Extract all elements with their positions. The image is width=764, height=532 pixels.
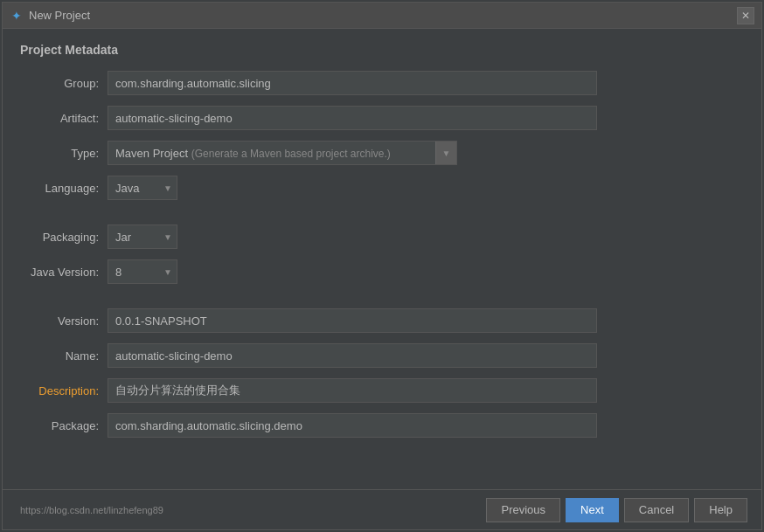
language-row: Language: Java Kotlin Groovy ▼ (20, 176, 744, 200)
artifact-input[interactable] (108, 106, 597, 130)
type-main-text: Maven Project (Generate a Maven based pr… (108, 143, 398, 163)
description-row: Description: (20, 378, 744, 403)
dialog-footer: https://blog.csdn.net/linzhefeng89 Previ… (3, 489, 761, 529)
language-select-wrapper: Java Kotlin Groovy ▼ (108, 176, 177, 200)
packaging-select[interactable]: Jar War (108, 225, 177, 249)
description-label: Description: (20, 384, 108, 397)
dialog-content: Project Metadata Group: Artifact: Type: … (3, 29, 761, 489)
dialog-window: ✦ New Project ✕ Project Metadata Group: … (2, 2, 762, 530)
type-label: Type: (20, 147, 108, 160)
name-row: Name: (20, 343, 744, 368)
group-row: Group: (20, 71, 744, 95)
version-row: Version: (20, 308, 744, 333)
version-label: Version: (20, 314, 108, 328)
java-version-select-wrapper: 8 11 17 ▼ (108, 259, 177, 284)
cancel-button[interactable]: Cancel (624, 498, 689, 522)
title-bar: ✦ New Project ✕ (3, 3, 761, 29)
type-row: Type: Maven Project (Generate a Maven ba… (20, 141, 744, 165)
version-input[interactable] (108, 308, 597, 333)
package-input[interactable] (108, 413, 597, 438)
help-button[interactable]: Help (694, 498, 747, 522)
package-label: Package: (20, 419, 108, 432)
packaging-select-wrapper: Jar War ▼ (108, 225, 177, 249)
language-select[interactable]: Java Kotlin Groovy (108, 176, 177, 200)
java-version-label: Java Version: (20, 266, 108, 279)
artifact-label: Artifact: (20, 112, 108, 125)
artifact-row: Artifact: (20, 106, 744, 130)
group-label: Group: (20, 77, 108, 90)
packaging-label: Packaging: (20, 231, 108, 244)
java-version-row: Java Version: 8 11 17 ▼ (20, 259, 744, 284)
app-icon: ✦ (10, 9, 24, 23)
close-button[interactable]: ✕ (737, 7, 754, 24)
packaging-row: Packaging: Jar War ▼ (20, 225, 744, 249)
java-version-select[interactable]: 8 11 17 (108, 259, 177, 284)
package-row: Package: (20, 413, 744, 438)
description-input[interactable] (108, 378, 597, 403)
group-input[interactable] (108, 71, 597, 95)
previous-button[interactable]: Previous (486, 498, 560, 522)
title-bar-text: New Project (29, 9, 737, 22)
type-sub-text: (Generate a Maven based project archive.… (191, 148, 391, 160)
section-title: Project Metadata (20, 43, 744, 57)
name-input[interactable] (108, 343, 597, 368)
language-label: Language: (20, 182, 108, 195)
footer-url: https://blog.csdn.net/linzhefeng89 (17, 505, 481, 515)
type-select[interactable]: Maven Project (Generate a Maven based pr… (108, 141, 457, 165)
next-button[interactable]: Next (566, 498, 619, 522)
type-dropdown-arrow[interactable]: ▼ (435, 142, 456, 164)
name-label: Name: (20, 349, 108, 363)
